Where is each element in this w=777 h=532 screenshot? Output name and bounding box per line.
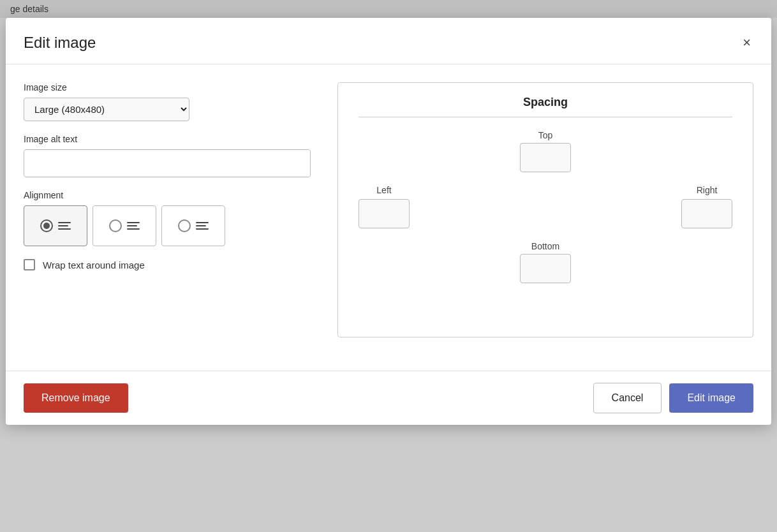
alignment-group (24, 205, 317, 246)
alignment-center[interactable] (93, 205, 156, 246)
image-size-field: Image size Large (480x480) Small (120x12… (24, 82, 317, 121)
close-button[interactable]: × (740, 33, 753, 52)
radio-center (109, 219, 122, 232)
image-size-label: Image size (24, 82, 317, 92)
dialog-header: Edit image × (6, 18, 771, 64)
wrap-text-row: Wrap text around image (24, 259, 317, 270)
right-section: Spacing Top Left (337, 82, 753, 355)
alignment-left[interactable] (24, 205, 87, 246)
bottom-spacing-input[interactable] (520, 254, 571, 283)
radio-left (40, 219, 53, 232)
wrap-text-checkbox[interactable] (24, 259, 35, 270)
top-spacing-input[interactable] (520, 143, 571, 172)
top-spacing-label: Top (538, 130, 553, 140)
edit-image-button[interactable]: Edit image (669, 383, 753, 413)
lines-center-icon (127, 222, 140, 230)
footer-right: Cancel Edit image (593, 383, 753, 413)
right-spacing-group: Right (681, 185, 732, 228)
right-spacing-input[interactable] (681, 199, 732, 228)
lines-right-icon (196, 222, 209, 230)
remove-image-button[interactable]: Remove image (24, 383, 128, 413)
left-spacing-label: Left (376, 185, 391, 195)
edit-image-dialog: Edit image × Image size Large (480x480) … (6, 18, 771, 425)
dialog-title: Edit image (24, 34, 96, 52)
top-bar: ge details (0, 0, 777, 18)
alignment-right[interactable] (161, 205, 225, 246)
alt-text-input[interactable] (24, 149, 311, 177)
left-section: Image size Large (480x480) Small (120x12… (24, 82, 317, 355)
spacing-inner: Top Left Right (359, 130, 732, 283)
bottom-spacing-group: Bottom (520, 241, 571, 283)
radio-right (178, 219, 191, 232)
dialog-footer: Remove image Cancel Edit image (6, 371, 771, 425)
spacing-box: Spacing Top Left (337, 82, 753, 337)
top-bar-title: ge details (10, 4, 48, 14)
bottom-spacing-label: Bottom (531, 241, 559, 251)
left-spacing-group: Left (359, 185, 410, 228)
image-size-select[interactable]: Large (480x480) Small (120x120) Medium (… (24, 98, 189, 121)
alignment-field: Alignment (24, 190, 317, 246)
right-spacing-label: Right (697, 185, 718, 195)
spacing-middle-row: Left Right (359, 180, 732, 233)
spacing-title: Spacing (359, 96, 732, 117)
alignment-label: Alignment (24, 190, 317, 200)
wrap-text-label[interactable]: Wrap text around image (43, 260, 145, 270)
cancel-button[interactable]: Cancel (593, 383, 662, 413)
top-spacing-group: Top (520, 130, 571, 172)
alt-text-field: Image alt text (24, 134, 317, 177)
alt-text-label: Image alt text (24, 134, 317, 144)
left-spacing-input[interactable] (359, 199, 410, 228)
dialog-body: Image size Large (480x480) Small (120x12… (6, 64, 771, 371)
lines-left-icon (58, 222, 71, 230)
